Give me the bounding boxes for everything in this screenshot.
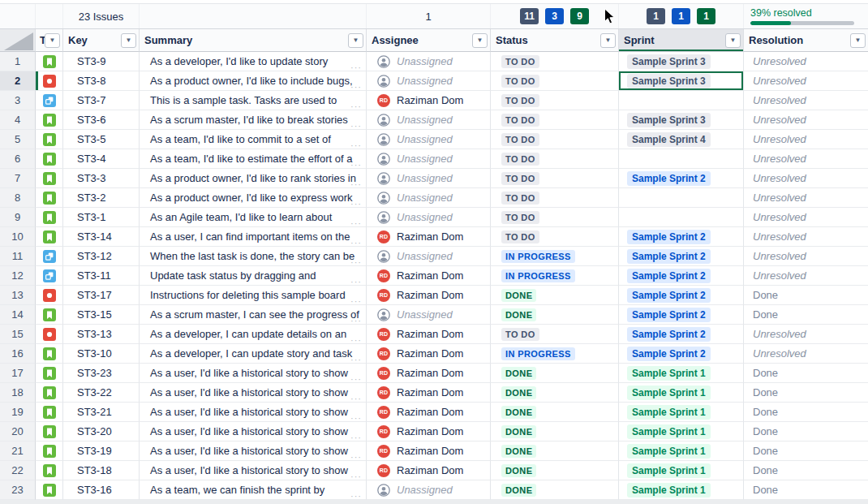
resolution-cell[interactable]: Done	[744, 364, 868, 383]
sprint-cell[interactable]: Sample Sprint 1	[619, 461, 744, 480]
sprint-filter-dropdown[interactable]: ▼	[725, 33, 741, 48]
issue-key-cell[interactable]: ST3-20	[63, 422, 140, 442]
status-cell[interactable]: DONE	[491, 442, 619, 461]
issue-key-cell[interactable]: ST3-19	[63, 442, 140, 461]
status-cell[interactable]: TO DO	[491, 130, 619, 149]
resolution-cell[interactable]: Unresolved	[744, 130, 868, 149]
resolution-cell[interactable]: Unresolved	[744, 169, 868, 188]
resolution-cell[interactable]: Unresolved	[744, 208, 868, 227]
resolution-cell[interactable]: Done	[744, 442, 868, 461]
status-cell[interactable]: DONE	[491, 383, 619, 403]
issue-type-cell[interactable]	[36, 227, 63, 247]
issue-key-cell[interactable]: ST3-2	[63, 188, 140, 208]
key-filter-dropdown[interactable]: ▼	[121, 33, 136, 48]
assignee-filter-dropdown[interactable]: ▼	[472, 33, 488, 48]
row-number[interactable]: 6	[0, 149, 36, 169]
sprint-cell[interactable]: Sample Sprint 2	[619, 286, 744, 305]
status-cell[interactable]: TO DO	[491, 188, 619, 208]
issue-type-cell[interactable]	[36, 383, 63, 403]
issue-type-cell[interactable]	[36, 208, 63, 227]
issue-type-cell[interactable]	[36, 247, 63, 266]
issue-key-cell[interactable]: ST3-3	[63, 169, 140, 188]
resolution-cell[interactable]: Done	[744, 461, 868, 480]
assignee-cell[interactable]: RDRaziman Dom	[367, 325, 491, 344]
assignee-cell[interactable]: Unassigned	[367, 247, 491, 266]
type-filter-dropdown[interactable]: ▼	[45, 33, 60, 48]
assignee-cell[interactable]: Unassigned	[367, 480, 491, 500]
status-cell[interactable]: DONE	[491, 364, 619, 383]
status-cell[interactable]: TO DO	[491, 208, 619, 227]
assignee-cell[interactable]: Unassigned	[367, 71, 491, 91]
row-number[interactable]: 1	[0, 52, 36, 71]
sprint-cell[interactable]	[619, 149, 744, 169]
sprint-cell[interactable]: Sample Sprint 4	[619, 130, 744, 149]
issue-key-cell[interactable]: ST3-17	[63, 286, 140, 305]
sprint-cell[interactable]: Sample Sprint 1	[619, 403, 744, 422]
issue-summary-cell[interactable]: As a team, I'd like to estimate the effo…	[140, 149, 367, 169]
assignee-cell[interactable]: RDRaziman Dom	[367, 227, 491, 247]
row-number[interactable]: 20	[0, 422, 36, 442]
row-number[interactable]: 16	[0, 344, 36, 364]
assignee-cell[interactable]: Unassigned	[367, 208, 491, 227]
assignee-cell[interactable]: Unassigned	[367, 169, 491, 188]
assignee-cell[interactable]: RDRaziman Dom	[367, 364, 491, 383]
sprint-cell[interactable]: Sample Sprint 1	[619, 480, 744, 500]
header-cell-key[interactable]: Key ▼	[63, 29, 140, 52]
issue-type-cell[interactable]	[36, 403, 63, 422]
issue-key-cell[interactable]: ST3-9	[63, 52, 140, 71]
resolution-filter-dropdown[interactable]: ▼	[850, 33, 866, 48]
issue-type-cell[interactable]	[36, 422, 63, 442]
row-number[interactable]: 11	[0, 247, 36, 266]
sprint-cell[interactable]: Sample Sprint 3	[619, 52, 744, 71]
row-number[interactable]: 7	[0, 169, 36, 188]
issue-type-cell[interactable]	[36, 130, 63, 149]
issue-summary-cell[interactable]: As an Agile team, I'd like to learn abou…	[140, 208, 367, 227]
issue-type-cell[interactable]	[36, 169, 63, 188]
status-cell[interactable]: DONE	[491, 480, 619, 500]
assignee-cell[interactable]: Unassigned	[367, 305, 491, 325]
issue-summary-cell[interactable]: As a product owner, I'd like to include …	[140, 71, 367, 91]
sprint-cell[interactable]: Sample Sprint 2	[619, 247, 744, 266]
header-cell-type[interactable]: T ▼	[36, 29, 63, 52]
issue-type-cell[interactable]	[36, 461, 63, 480]
resolution-cell[interactable]: Done	[744, 480, 868, 500]
header-cell-resolution[interactable]: Resolution ▼	[744, 29, 868, 52]
sprint-cell[interactable]: Sample Sprint 3	[619, 71, 744, 91]
issue-type-cell[interactable]	[36, 71, 63, 91]
resolution-cell[interactable]: Done	[744, 403, 868, 422]
status-cell[interactable]: TO DO	[491, 149, 619, 169]
issue-key-cell[interactable]: ST3-12	[63, 247, 140, 266]
issue-summary-cell[interactable]: As a user, I'd like a historical story t…	[140, 383, 367, 403]
assignee-cell[interactable]: Unassigned	[367, 52, 491, 71]
issue-key-cell[interactable]: ST3-21	[63, 403, 140, 422]
sprint-cell[interactable]: Sample Sprint 1	[619, 364, 744, 383]
row-number[interactable]: 8	[0, 188, 36, 208]
row-number[interactable]: 3	[0, 91, 36, 110]
issue-type-cell[interactable]	[36, 110, 63, 130]
row-number[interactable]: 22	[0, 461, 36, 480]
resolution-cell[interactable]: Unresolved	[744, 71, 868, 91]
issue-key-cell[interactable]: ST3-4	[63, 149, 140, 169]
sprint-cell[interactable]	[619, 208, 744, 227]
assignee-cell[interactable]: RDRaziman Dom	[367, 286, 491, 305]
issue-key-cell[interactable]: ST3-18	[63, 461, 140, 480]
resolution-cell[interactable]: Unresolved	[744, 110, 868, 130]
sprint-cell[interactable]: Sample Sprint 2	[619, 305, 744, 325]
row-number[interactable]: 14	[0, 305, 36, 325]
issue-key-cell[interactable]: ST3-11	[63, 266, 140, 286]
issue-key-cell[interactable]: ST3-15	[63, 305, 140, 325]
issue-key-cell[interactable]: ST3-6	[63, 110, 140, 130]
row-number[interactable]: 15	[0, 325, 36, 344]
assignee-cell[interactable]: Unassigned	[367, 130, 491, 149]
row-number[interactable]: 17	[0, 364, 36, 383]
status-cell[interactable]: IN PROGRESS	[491, 266, 619, 286]
issue-type-cell[interactable]	[36, 52, 63, 71]
header-cell-assignee[interactable]: Assignee ▼	[367, 29, 491, 52]
summary-filter-dropdown[interactable]: ▼	[348, 33, 363, 48]
sprint-cell[interactable]: Sample Sprint 2	[619, 344, 744, 364]
row-number[interactable]: 12	[0, 266, 36, 286]
issue-summary-cell[interactable]: As a product owner, I'd like to express …	[140, 188, 367, 208]
issue-key-cell[interactable]: ST3-23	[63, 364, 140, 383]
status-cell[interactable]: IN PROGRESS	[491, 344, 619, 364]
issue-key-cell[interactable]: ST3-5	[63, 130, 140, 149]
